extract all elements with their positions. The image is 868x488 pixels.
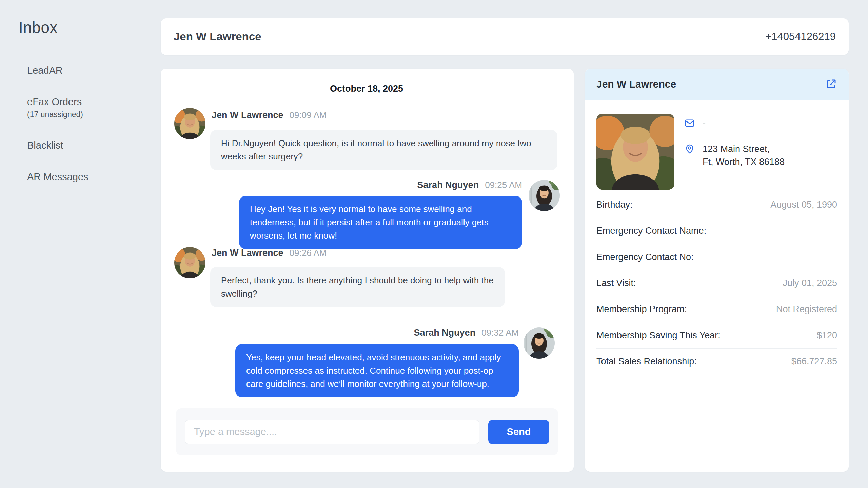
message-meta: Sarah Nguyen 09:32 AM	[414, 327, 519, 338]
sidebar-item-label: LeadAR	[27, 65, 63, 76]
field-label: Total Sales Relationship:	[596, 356, 697, 367]
field-row-emergency-contact-no: Emergency Contact No:	[596, 244, 837, 270]
sidebar-item-blacklist[interactable]: Blacklist	[27, 139, 63, 151]
message-sender: Sarah Nguyen	[414, 327, 476, 338]
field-row-emergency-contact-name: Emergency Contact Name:	[596, 218, 837, 244]
avatar-sarah	[524, 327, 555, 359]
field-value: August 05, 1990	[770, 200, 837, 210]
message-body: Jen W Lawrence 09:09 AM Hi Dr.Nguyen! Qu…	[210, 108, 557, 170]
profile-avatar	[596, 114, 674, 190]
message-bubble: Hi Dr.Nguyen! Quick question, is it norm…	[210, 130, 557, 170]
profile-header: Jen W Lawrence	[585, 69, 849, 100]
avatar-jen-image	[174, 108, 205, 139]
field-label: Membership Saving This Year:	[596, 330, 721, 341]
avatar-jen-image	[174, 247, 205, 278]
field-label: Birthday:	[596, 200, 633, 210]
field-label: Membership Program:	[596, 304, 687, 315]
message-time: 09:26 AM	[290, 248, 327, 258]
contact-info: - 123 Main Street, Ft, Worth, TX 86188	[684, 114, 785, 190]
message-composer: Send	[176, 408, 558, 455]
mail-icon	[684, 118, 695, 129]
message-input[interactable]	[185, 420, 479, 444]
sidebar-item-sublabel: (17 unassigned)	[27, 110, 83, 119]
avatar-sarah-image	[524, 327, 555, 359]
external-link-icon[interactable]	[825, 78, 837, 90]
field-value: July 01, 2025	[783, 278, 837, 288]
address-value: 123 Main Street, Ft, Worth, TX 86188	[703, 143, 785, 169]
address-row: 123 Main Street, Ft, Worth, TX 86188	[684, 143, 785, 169]
sidebar-item-label: AR Messages	[27, 171, 88, 182]
avatar-jen	[174, 247, 205, 278]
conversation-contact-name: Jen W Lawrence	[174, 30, 261, 43]
send-button[interactable]: Send	[488, 420, 549, 444]
profile-body: - 123 Main Street, Ft, Worth, TX 86188	[585, 114, 849, 375]
field-row-total-sales: Total Sales Relationship: $66.727.85	[596, 349, 837, 375]
message-sender: Jen W Lawrence	[212, 248, 283, 258]
sidebar: Inbox LeadAR eFax Orders (17 unassigned)…	[0, 0, 161, 488]
message-time: 09:25 AM	[485, 180, 522, 190]
field-row-membership-saving: Membership Saving This Year: $120	[596, 322, 837, 349]
conversation-contact-phone: +14054126219	[765, 31, 836, 43]
sidebar-item-efax-orders[interactable]: eFax Orders (17 unassigned)	[27, 96, 83, 119]
message-body: Sarah Nguyen 09:32 AM Yes, keep your hea…	[235, 327, 519, 397]
avatar-sarah	[529, 180, 560, 211]
divider-line	[411, 89, 558, 89]
field-value: Not Registered	[776, 304, 837, 315]
field-label: Emergency Contact Name:	[596, 226, 706, 236]
message-meta: Jen W Lawrence 09:26 AM	[212, 248, 505, 258]
field-row-birthday: Birthday: August 05, 1990	[596, 192, 837, 218]
divider-line	[175, 89, 322, 89]
email-value: -	[703, 117, 706, 130]
field-value: $66.727.85	[791, 356, 837, 367]
contact-profile-panel: Jen W Lawrence -	[585, 69, 849, 472]
field-value: $120	[817, 330, 837, 341]
message-sender: Sarah Nguyen	[417, 180, 479, 190]
sidebar-item-label: Blacklist	[27, 140, 63, 151]
message-incoming: Jen W Lawrence 09:26 AM Perfect, thank y…	[174, 247, 505, 307]
message-meta: Sarah Nguyen 09:25 AM	[417, 180, 522, 190]
date-label: October 18, 2025	[330, 83, 403, 94]
message-incoming: Jen W Lawrence 09:09 AM Hi Dr.Nguyen! Qu…	[174, 108, 557, 170]
message-bubble: Yes, keep your head elevated, avoid stre…	[235, 344, 519, 397]
message-bubble: Hey Jen! Yes it is very normal to have s…	[239, 196, 522, 249]
message-body: Sarah Nguyen 09:25 AM Hey Jen! Yes it is…	[239, 180, 522, 249]
app-window: Inbox LeadAR eFax Orders (17 unassigned)…	[0, 0, 868, 488]
field-row-last-visit: Last Visit: July 01, 2025	[596, 270, 837, 296]
profile-avatar-image	[596, 114, 674, 190]
contact-summary: - 123 Main Street, Ft, Worth, TX 86188	[596, 114, 837, 190]
avatar-jen	[174, 108, 205, 139]
email-row: -	[684, 117, 785, 130]
location-pin-icon	[684, 144, 695, 154]
sidebar-item-label: eFax Orders	[27, 96, 83, 108]
message-time: 09:32 AM	[481, 327, 519, 338]
field-label: Emergency Contact No:	[596, 252, 694, 262]
profile-fields: Birthday: August 05, 1990 Emergency Cont…	[596, 192, 837, 375]
date-divider: October 18, 2025	[175, 83, 558, 94]
field-row-membership-program: Membership Program: Not Registered	[596, 296, 837, 322]
field-label: Last Visit:	[596, 278, 636, 288]
message-time: 09:09 AM	[290, 110, 327, 120]
message-body: Jen W Lawrence 09:26 AM Perfect, thank y…	[210, 247, 505, 307]
conversation-header: Jen W Lawrence +14054126219	[161, 18, 849, 55]
avatar-sarah-image	[529, 180, 560, 211]
message-meta: Jen W Lawrence 09:09 AM	[212, 110, 557, 120]
message-sender: Jen W Lawrence	[212, 110, 283, 120]
sidebar-item-leadar[interactable]: LeadAR	[27, 64, 63, 76]
address-line2: Ft, Worth, TX 86188	[703, 156, 785, 169]
sidebar-title-inbox: Inbox	[19, 18, 58, 37]
message-outgoing: Sarah Nguyen 09:25 AM Hey Jen! Yes it is…	[239, 180, 560, 249]
address-line1: 123 Main Street,	[703, 143, 785, 156]
message-bubble: Perfect, thank you. Is there anything I …	[210, 267, 505, 307]
profile-name: Jen W Lawrence	[596, 78, 676, 90]
sidebar-item-ar-messages[interactable]: AR Messages	[27, 171, 88, 183]
message-outgoing: Sarah Nguyen 09:32 AM Yes, keep your hea…	[235, 327, 555, 397]
chat-panel: October 18, 2025 Jen W Lawrence 09:09 AM…	[161, 69, 574, 472]
